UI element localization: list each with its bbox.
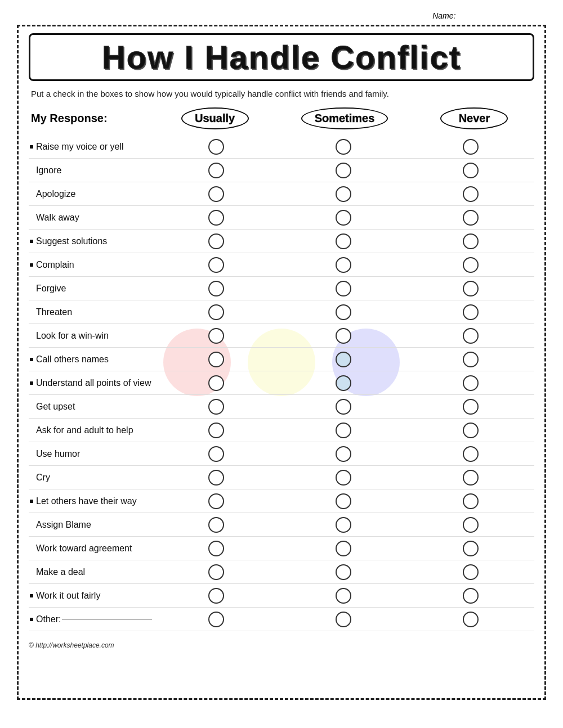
item-text: Use humor [36, 449, 80, 459]
never-checkbox[interactable] [463, 470, 479, 486]
usually-checkbox[interactable] [208, 470, 224, 486]
sometimes-checkbox[interactable] [336, 446, 351, 462]
usually-checkbox[interactable] [208, 352, 224, 367]
item-text: Assign Blame [36, 520, 91, 530]
never-checkbox[interactable] [463, 163, 479, 178]
usually-checkbox[interactable] [208, 210, 224, 226]
usually-header: Usually [181, 107, 249, 129]
table-row: Work toward agreement [29, 537, 534, 560]
sometimes-checkbox[interactable] [336, 163, 351, 178]
item-label: Forgive [29, 284, 153, 294]
table-row: Apologize [29, 182, 534, 206]
never-checkbox[interactable] [463, 304, 479, 320]
usually-checkbox[interactable] [208, 139, 224, 155]
never-checkbox[interactable] [463, 588, 479, 604]
never-checkbox[interactable] [463, 517, 479, 533]
never-checkbox[interactable] [463, 352, 479, 367]
name-line: Name: [17, 11, 546, 20]
table-row: Raise my voice or yell [29, 135, 534, 159]
sometimes-checkbox[interactable] [336, 470, 351, 486]
sometimes-checkbox[interactable] [336, 233, 351, 249]
column-headers: Usually Sometimes Never [155, 107, 534, 129]
usually-checkbox[interactable] [208, 517, 224, 533]
never-checkbox[interactable] [463, 328, 479, 344]
never-checkbox[interactable] [463, 399, 479, 415]
sometimes-checkbox[interactable] [336, 612, 351, 627]
never-checkbox[interactable] [463, 186, 479, 202]
sometimes-checkbox[interactable] [336, 517, 351, 533]
usually-checkbox[interactable] [208, 163, 224, 178]
table-row: Walk away [29, 206, 534, 230]
item-text: Apologize [36, 189, 75, 199]
title-box: How I Handle Conflict [29, 33, 534, 81]
usually-checkbox[interactable] [208, 493, 224, 509]
bullet-icon [30, 145, 33, 149]
never-checkbox[interactable] [463, 375, 479, 391]
item-label: Complain [29, 260, 153, 270]
sometimes-checkbox[interactable] [336, 564, 351, 580]
usually-checkbox[interactable] [208, 399, 224, 415]
usually-checkbox[interactable] [208, 375, 224, 391]
item-text: Walk away [36, 213, 79, 223]
usually-checkbox[interactable] [208, 257, 224, 273]
sometimes-checkbox[interactable] [336, 257, 351, 273]
sometimes-checkbox[interactable] [336, 493, 351, 509]
usually-checkbox[interactable] [208, 328, 224, 344]
usually-checkbox[interactable] [208, 304, 224, 320]
table-row: Look for a win-win [29, 324, 534, 348]
sometimes-checkbox[interactable] [336, 423, 351, 438]
never-checkbox[interactable] [463, 210, 479, 226]
item-text: Work it out fairly [36, 591, 100, 601]
sometimes-checkbox[interactable] [336, 352, 351, 367]
other-label: Other: [36, 614, 61, 624]
never-checkbox[interactable] [463, 446, 479, 462]
never-checkbox[interactable] [463, 493, 479, 509]
sometimes-checkbox[interactable] [336, 139, 351, 155]
checkboxes-group [153, 541, 534, 556]
usually-checkbox[interactable] [208, 281, 224, 296]
usually-checkbox[interactable] [208, 233, 224, 249]
never-checkbox[interactable] [463, 564, 479, 580]
item-text: Ignore [36, 165, 61, 176]
never-checkbox[interactable] [463, 233, 479, 249]
sometimes-checkbox[interactable] [336, 328, 351, 344]
item-label: Ignore [29, 165, 153, 176]
sometimes-checkbox[interactable] [336, 399, 351, 415]
usually-checkbox[interactable] [208, 564, 224, 580]
sometimes-checkbox[interactable] [336, 281, 351, 296]
checkboxes-group [153, 375, 534, 391]
never-checkbox[interactable] [463, 541, 479, 556]
sometimes-checkbox[interactable] [336, 210, 351, 226]
sometimes-checkbox[interactable] [336, 186, 351, 202]
bullet-icon [30, 618, 33, 621]
bullet-icon [30, 240, 33, 243]
item-label: Call others names [29, 354, 153, 365]
never-checkbox[interactable] [463, 612, 479, 627]
usually-checkbox[interactable] [208, 423, 224, 438]
item-text: Call others names [36, 354, 109, 365]
item-text: Let others have their way [36, 496, 137, 506]
never-checkbox[interactable] [463, 281, 479, 296]
checkboxes-group [153, 493, 534, 509]
never-checkbox[interactable] [463, 423, 479, 438]
checkboxes-group [153, 139, 534, 155]
usually-checkbox[interactable] [208, 186, 224, 202]
sometimes-checkbox[interactable] [336, 304, 351, 320]
item-text: Make a deal [36, 567, 85, 577]
sometimes-checkbox[interactable] [336, 541, 351, 556]
usually-checkbox[interactable] [208, 588, 224, 604]
sometimes-checkbox[interactable] [336, 375, 351, 391]
item-text: Get upset [36, 402, 75, 412]
item-label: Suggest solutions [29, 236, 153, 246]
table-row: Understand all points of view [29, 371, 534, 395]
checkboxes-group [153, 328, 534, 344]
table-row: Other: [29, 608, 534, 631]
usually-checkbox[interactable] [208, 541, 224, 556]
sometimes-checkbox[interactable] [336, 588, 351, 604]
never-checkbox[interactable] [463, 139, 479, 155]
item-text: Understand all points of view [36, 378, 151, 388]
never-checkbox[interactable] [463, 257, 479, 273]
usually-checkbox[interactable] [208, 612, 224, 627]
checkboxes-group [153, 588, 534, 604]
usually-checkbox[interactable] [208, 446, 224, 462]
